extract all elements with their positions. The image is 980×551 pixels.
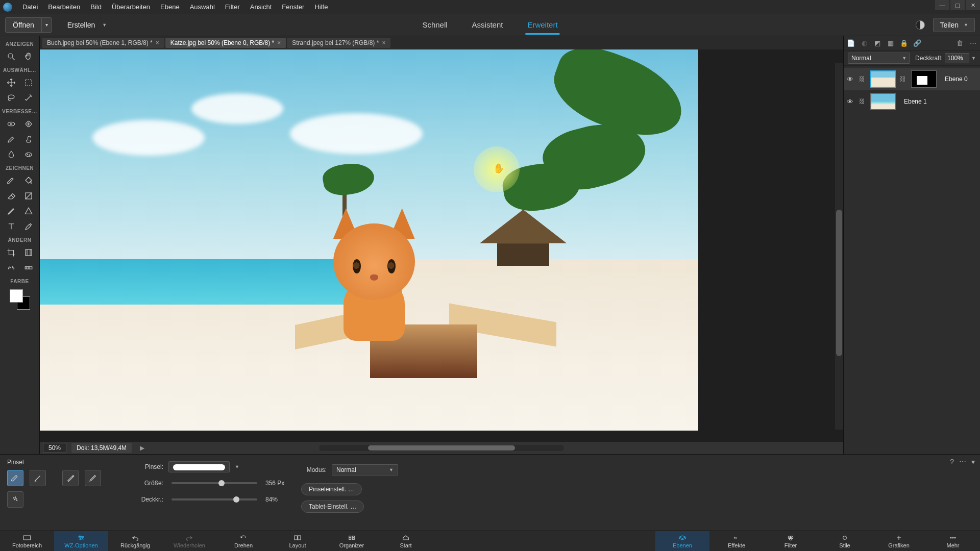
smart-brush-tool[interactable] bbox=[3, 132, 20, 147]
menu-ueberarbeiten[interactable]: Überarbeiten bbox=[107, 1, 155, 13]
brush-variant-impressionist[interactable] bbox=[30, 470, 46, 486]
bottom-filter[interactable]: Filter bbox=[764, 531, 818, 551]
layer-style-icon[interactable]: ▦ bbox=[887, 39, 895, 47]
close-icon[interactable]: × bbox=[156, 39, 159, 46]
tablet-settings-button[interactable]: Tablet-Einstell. … bbox=[301, 500, 364, 513]
horizontal-scrollbar[interactable] bbox=[319, 445, 564, 451]
layer-visibility-icon[interactable]: 👁 bbox=[847, 98, 855, 106]
lock-layer-icon[interactable]: 🔒 bbox=[900, 39, 908, 47]
canvas[interactable]: ✋ bbox=[40, 49, 698, 431]
help-icon[interactable]: ? bbox=[950, 458, 954, 466]
menu-ebene[interactable]: Ebene bbox=[155, 1, 185, 13]
window-minimize-button[interactable]: — bbox=[935, 0, 949, 10]
bottom-effekte[interactable]: fxEffekte bbox=[709, 531, 764, 551]
sponge-tool[interactable] bbox=[20, 147, 37, 162]
clone-stamp-tool[interactable] bbox=[20, 132, 37, 147]
menu-datei[interactable]: Datei bbox=[17, 1, 43, 13]
document-tab[interactable]: Katze.jpg bei 50% (Ebene 0, RGB/8) *× bbox=[165, 38, 286, 48]
menu-hilfe[interactable]: Hilfe bbox=[309, 1, 333, 13]
pencil-tool[interactable] bbox=[3, 204, 20, 219]
brush-settings-button[interactable]: Pinseleinstell. … bbox=[301, 483, 362, 495]
bottom-stile[interactable]: Stile bbox=[818, 531, 872, 551]
brush-preset-picker[interactable] bbox=[168, 461, 230, 472]
layer-opacity-field[interactable]: 100% bbox=[945, 53, 969, 63]
mode-tab-assistent[interactable]: Assistent bbox=[470, 15, 505, 35]
document-tab[interactable]: Strand.jpeg bei 127% (RGB/8) *× bbox=[287, 38, 390, 48]
brush-variant-airbrush[interactable] bbox=[7, 491, 23, 508]
window-close-button[interactable]: ✕ bbox=[966, 0, 980, 10]
mask-link-icon[interactable]: ⛓ bbox=[900, 76, 907, 83]
chevron-down-icon[interactable]: ▼ bbox=[971, 56, 976, 61]
brush-variant-color-replace[interactable] bbox=[62, 470, 79, 486]
layer-visibility-icon[interactable]: 👁 bbox=[847, 76, 855, 83]
close-icon[interactable]: × bbox=[277, 39, 281, 46]
layer-thumbnail[interactable] bbox=[870, 93, 896, 110]
collapse-panel-icon[interactable]: ▾ bbox=[971, 458, 975, 466]
vertical-scrollbar[interactable] bbox=[835, 63, 843, 430]
window-maximize-button[interactable]: ▢ bbox=[950, 0, 965, 10]
brush-size-value[interactable]: 356 Px bbox=[265, 480, 296, 487]
bottom-mehr[interactable]: Mehr bbox=[926, 531, 980, 551]
brush-mode-select[interactable]: Normal ▼ bbox=[332, 464, 398, 475]
paint-bucket-tool[interactable] bbox=[20, 173, 37, 188]
menu-bearbeiten[interactable]: Bearbeiten bbox=[43, 1, 85, 13]
type-tool[interactable] bbox=[3, 219, 20, 234]
brush-opacity-value[interactable]: 84% bbox=[265, 496, 296, 503]
panel-menu-icon[interactable]: ⋯ bbox=[969, 39, 977, 47]
eraser-tool[interactable] bbox=[3, 188, 20, 204]
link-layers-icon[interactable]: 🔗 bbox=[913, 39, 921, 47]
layer-thumbnail[interactable] bbox=[870, 70, 896, 88]
theme-toggle-icon[interactable] bbox=[916, 20, 925, 30]
layer-link-icon[interactable]: ⛓ bbox=[859, 98, 866, 105]
layer-name[interactable]: Ebene 0 bbox=[945, 76, 968, 83]
create-dropdown[interactable]: Erstellen ▼ bbox=[67, 21, 107, 29]
adjustment-layer-icon[interactable]: ◐ bbox=[860, 39, 868, 47]
chevron-right-icon[interactable]: ▶ bbox=[137, 444, 148, 452]
brush-opacity-slider[interactable] bbox=[172, 498, 257, 500]
layer-mask-icon[interactable]: ◩ bbox=[873, 39, 881, 47]
bottom-fotobereich[interactable]: Fotobereich bbox=[0, 531, 54, 551]
bottom-rueckgaengig[interactable]: Rückgängig bbox=[108, 531, 162, 551]
color-swatch[interactable] bbox=[10, 289, 30, 310]
blur-tool[interactable] bbox=[3, 147, 20, 162]
delete-layer-icon[interactable]: 🗑 bbox=[955, 39, 964, 47]
bottom-grafiken[interactable]: Grafiken bbox=[872, 531, 926, 551]
zoom-tool[interactable] bbox=[3, 49, 20, 64]
layer-row[interactable]: 👁 ⛓ ⛓ Ebene 0 bbox=[844, 68, 980, 90]
canvas-viewport[interactable]: ✋ bbox=[40, 49, 843, 442]
layer-link-icon[interactable]: ⛓ bbox=[859, 76, 866, 83]
menu-ansicht[interactable]: Ansicht bbox=[245, 1, 277, 13]
chevron-down-icon[interactable]: ▼ bbox=[235, 464, 239, 469]
menu-auswahl[interactable]: Auswahl bbox=[185, 1, 220, 13]
mode-tab-erweitert[interactable]: Erweitert bbox=[525, 15, 559, 35]
color-picker-tool[interactable] bbox=[20, 219, 37, 234]
marquee-tool[interactable] bbox=[20, 75, 37, 90]
brush-size-slider[interactable] bbox=[172, 482, 257, 484]
bottom-wiederholen[interactable]: Wiederholen bbox=[162, 531, 216, 551]
document-tab[interactable]: Buch.jpeg bei 50% (Ebene 1, RGB/8) *× bbox=[42, 38, 164, 48]
blend-mode-select[interactable]: Normal ▼ bbox=[848, 53, 910, 64]
bottom-ebenen[interactable]: Ebenen bbox=[655, 531, 709, 551]
menu-bild[interactable]: Bild bbox=[85, 1, 107, 13]
open-button-dropdown[interactable]: ▾ bbox=[41, 18, 52, 32]
layer-row[interactable]: 👁 ⛓ Ebene 1 bbox=[844, 90, 980, 113]
recompose-tool[interactable] bbox=[20, 245, 37, 260]
zoom-level-field[interactable]: 50% bbox=[43, 443, 66, 453]
more-options-icon[interactable]: ⋯ bbox=[959, 458, 966, 466]
content-aware-move-tool[interactable] bbox=[3, 260, 20, 276]
menu-fenster[interactable]: Fenster bbox=[277, 1, 309, 13]
hand-tool[interactable] bbox=[20, 49, 37, 64]
foreground-color-swatch[interactable] bbox=[10, 289, 23, 303]
bottom-drehen[interactable]: Drehen bbox=[216, 531, 271, 551]
move-tool[interactable] bbox=[3, 75, 20, 90]
shape-tool[interactable] bbox=[20, 204, 37, 219]
mode-tab-schnell[interactable]: Schnell bbox=[420, 15, 449, 35]
magic-wand-tool[interactable] bbox=[20, 90, 37, 106]
brush-variant-pencil[interactable] bbox=[85, 470, 101, 486]
bottom-wz-optionen[interactable]: WZ-Optionen bbox=[54, 531, 108, 551]
share-button[interactable]: Teilen ▼ bbox=[933, 18, 975, 32]
menu-filter[interactable]: Filter bbox=[220, 1, 245, 13]
brush-tool[interactable] bbox=[3, 173, 20, 188]
open-button[interactable]: Öffnen ▾ bbox=[5, 17, 52, 33]
gradient-tool[interactable] bbox=[20, 188, 37, 204]
